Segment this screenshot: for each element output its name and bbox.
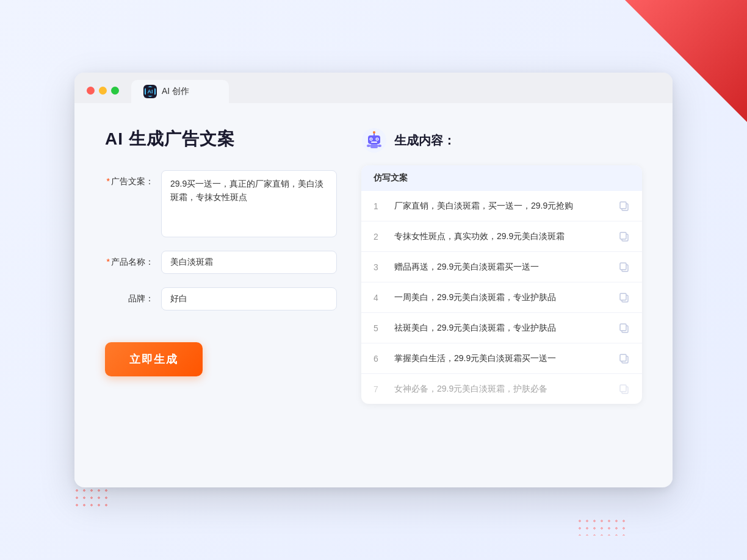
result-title: 生成内容：	[394, 132, 455, 149]
right-panel: 生成内容： 仿写文案 1厂家直销，美白淡斑霜，买一送一，29.9元抢购 2专抹女…	[361, 127, 642, 457]
row-number: 7	[374, 384, 384, 394]
result-table: 仿写文案 1厂家直销，美白淡斑霜，买一送一，29.9元抢购 2专抹女性斑点，真实…	[361, 165, 642, 404]
product-name-input[interactable]	[161, 251, 337, 274]
copy-icon[interactable]	[619, 323, 630, 334]
browser-window: AI AI 创作 AI 生成广告文案 *广告文案： *产品名称：	[74, 73, 673, 487]
browser-content: AI 生成广告文案 *广告文案： *产品名称： 品牌： 立	[74, 103, 673, 481]
svg-rect-13	[620, 202, 626, 209]
product-name-label: *产品名称：	[105, 251, 154, 268]
svg-rect-15	[620, 232, 626, 239]
table-row: 3赠品再送，29.9元美白淡斑霜买一送一	[361, 252, 642, 282]
svg-rect-17	[620, 263, 626, 270]
svg-point-4	[370, 138, 372, 140]
svg-point-5	[377, 138, 378, 140]
ad-copy-group: *广告文案：	[105, 170, 337, 237]
svg-rect-23	[620, 354, 626, 361]
ad-copy-label: *广告文案：	[105, 170, 154, 187]
browser-tab[interactable]: AI AI 创作	[131, 80, 229, 103]
product-name-group: *产品名称：	[105, 251, 337, 274]
svg-rect-10	[367, 145, 370, 147]
row-number: 6	[374, 354, 384, 364]
row-text: 专抹女性斑点，真实功效，29.9元美白淡斑霜	[394, 230, 609, 243]
copy-icon[interactable]	[619, 201, 630, 212]
tab-label: AI 创作	[162, 86, 189, 97]
row-text: 一周美白，29.9元美白淡斑霜，专业护肤品	[394, 291, 609, 304]
robot-icon	[361, 127, 387, 153]
brand-input[interactable]	[161, 287, 337, 311]
page-title: AI 生成广告文案	[105, 127, 337, 151]
table-row: 4一周美白，29.9元美白淡斑霜，专业护肤品	[361, 282, 642, 313]
row-number: 2	[374, 232, 384, 242]
row-number: 1	[374, 201, 384, 211]
row-text: 厂家直销，美白淡斑霜，买一送一，29.9元抢购	[394, 199, 609, 212]
result-header: 生成内容：	[361, 127, 642, 153]
ad-copy-input[interactable]	[161, 170, 337, 237]
table-header: 仿写文案	[361, 165, 642, 191]
svg-rect-9	[370, 144, 378, 148]
row-number: 5	[374, 323, 384, 333]
row-text: 掌握美白生活，29.9元美白淡斑霜买一送一	[394, 352, 609, 365]
minimize-button[interactable]	[99, 87, 107, 95]
svg-rect-11	[378, 145, 381, 147]
table-row: 1厂家直销，美白淡斑霜，买一送一，29.9元抢购	[361, 191, 642, 221]
bg-decoration-dots-left	[73, 487, 110, 511]
copy-icon[interactable]	[619, 292, 630, 303]
required-star-2: *	[107, 257, 110, 267]
row-text: 赠品再送，29.9元美白淡斑霜买一送一	[394, 260, 609, 273]
generate-button[interactable]: 立即生成	[105, 342, 203, 376]
row-number: 4	[374, 293, 384, 303]
result-rows: 1厂家直销，美白淡斑霜，买一送一，29.9元抢购 2专抹女性斑点，真实功效，29…	[361, 191, 642, 404]
required-star-1: *	[107, 176, 110, 186]
close-button[interactable]	[87, 87, 95, 95]
copy-icon[interactable]	[619, 384, 630, 395]
brand-group: 品牌：	[105, 287, 337, 311]
brand-label: 品牌：	[105, 287, 154, 304]
tab-icon: AI	[143, 85, 157, 98]
tab-icon-text: AI	[148, 88, 153, 95]
row-number: 3	[374, 262, 384, 272]
copy-icon[interactable]	[619, 353, 630, 364]
svg-rect-21	[620, 324, 626, 331]
svg-rect-19	[620, 293, 626, 300]
svg-point-8	[373, 131, 375, 134]
copy-icon[interactable]	[619, 262, 630, 273]
bg-decoration-dots-right	[576, 517, 625, 536]
row-text: 女神必备，29.9元美白淡斑霜，护肤必备	[394, 382, 609, 395]
svg-rect-6	[371, 142, 377, 143]
copy-icon[interactable]	[619, 231, 630, 242]
browser-chrome: AI AI 创作	[74, 73, 673, 103]
left-panel: AI 生成广告文案 *广告文案： *产品名称： 品牌： 立	[105, 127, 337, 457]
table-row: 5祛斑美白，29.9元美白淡斑霜，专业护肤品	[361, 313, 642, 343]
table-row: 7女神必备，29.9元美白淡斑霜，护肤必备	[361, 374, 642, 404]
window-controls	[87, 87, 119, 95]
svg-rect-25	[620, 385, 626, 392]
row-text: 祛斑美白，29.9元美白淡斑霜，专业护肤品	[394, 321, 609, 334]
table-row: 2专抹女性斑点，真实功效，29.9元美白淡斑霜	[361, 221, 642, 252]
table-row: 6掌握美白生活，29.9元美白淡斑霜买一送一	[361, 343, 642, 374]
maximize-button[interactable]	[111, 87, 119, 95]
